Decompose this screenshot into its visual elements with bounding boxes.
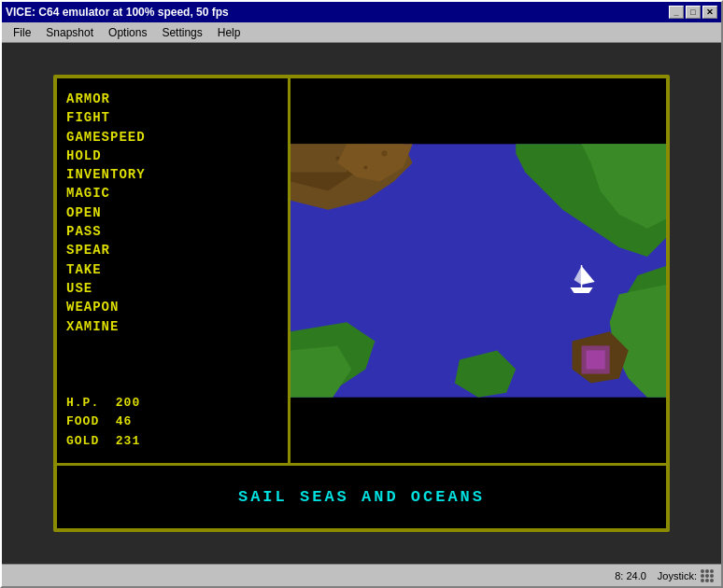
game-top: ARMOR FIGHT GAMESPEED HOLD INVENTORY MAG… bbox=[57, 78, 666, 463]
main-window: VICE: C64 emulator at 100% speed, 50 fps… bbox=[0, 0, 723, 588]
svg-point-20 bbox=[363, 165, 367, 169]
minimize-button[interactable]: _ bbox=[669, 6, 684, 19]
left-panel: ARMOR FIGHT GAMESPEED HOLD INVENTORY MAG… bbox=[57, 78, 291, 463]
menu-spear[interactable]: SPEAR bbox=[66, 241, 278, 259]
food-stat: FOOD 46 bbox=[66, 413, 278, 432]
menu-hold[interactable]: HOLD bbox=[66, 147, 278, 165]
game-frame: ARMOR FIGHT GAMESPEED HOLD INVENTORY MAG… bbox=[53, 75, 670, 532]
gold-stat: GOLD 231 bbox=[66, 432, 278, 452]
stats-section: H.P. 200 FOOD 46 GOLD 231 bbox=[66, 394, 278, 452]
svg-rect-13 bbox=[587, 350, 605, 369]
svg-marker-15 bbox=[570, 287, 592, 293]
close-button[interactable]: ✕ bbox=[702, 6, 717, 19]
window-controls: _ □ ✕ bbox=[669, 6, 717, 19]
speed-display: 8: 24.0 bbox=[615, 570, 646, 581]
menu-inventory[interactable]: INVENTORY bbox=[66, 165, 278, 184]
bottom-bar: SAIL SEAS AND OCEANS bbox=[57, 463, 666, 528]
menu-help[interactable]: Help bbox=[210, 24, 248, 41]
title-bar: VICE: C64 emulator at 100% speed, 50 fps… bbox=[2, 2, 721, 22]
map-panel bbox=[291, 78, 666, 463]
menu-open[interactable]: OPEN bbox=[66, 203, 278, 222]
menu-file[interactable]: File bbox=[6, 24, 38, 41]
game-message: SAIL SEAS AND OCEANS bbox=[238, 488, 485, 506]
menu-take[interactable]: TAKE bbox=[66, 260, 278, 279]
menu-fight[interactable]: FIGHT bbox=[66, 108, 278, 127]
status-bar: 8: 24.0 Joystick: bbox=[2, 564, 721, 586]
svg-point-19 bbox=[335, 156, 339, 160]
menu-magic[interactable]: MAGIC bbox=[66, 184, 278, 203]
menu-weapon[interactable]: WEAPON bbox=[66, 298, 278, 316]
menu-armor[interactable]: ARMOR bbox=[66, 90, 278, 108]
maximize-button[interactable]: □ bbox=[686, 6, 701, 19]
joystick-status: Joystick: bbox=[658, 569, 714, 582]
svg-point-21 bbox=[381, 150, 387, 156]
menu-options[interactable]: Options bbox=[101, 24, 154, 41]
joystick-label: Joystick: bbox=[658, 570, 697, 581]
hp-stat: H.P. 200 bbox=[66, 394, 278, 413]
game-menu-list: ARMOR FIGHT GAMESPEED HOLD INVENTORY MAG… bbox=[66, 90, 278, 381]
menu-gamespeed[interactable]: GAMESPEED bbox=[66, 128, 278, 147]
game-map-svg bbox=[291, 78, 666, 463]
menu-xamine[interactable]: XAMINE bbox=[66, 317, 278, 336]
menu-bar: File Snapshot Options Settings Help bbox=[2, 22, 721, 43]
menu-settings[interactable]: Settings bbox=[154, 24, 209, 41]
menu-snapshot[interactable]: Snapshot bbox=[38, 24, 101, 41]
menu-pass[interactable]: PASS bbox=[66, 222, 278, 241]
window-title: VICE: C64 emulator at 100% speed, 50 fps bbox=[6, 6, 229, 19]
joystick-icon bbox=[701, 569, 714, 582]
content-area: ARMOR FIGHT GAMESPEED HOLD INVENTORY MAG… bbox=[2, 43, 721, 564]
speed-value: 8: 24.0 bbox=[615, 570, 646, 581]
menu-use[interactable]: USE bbox=[66, 279, 278, 298]
